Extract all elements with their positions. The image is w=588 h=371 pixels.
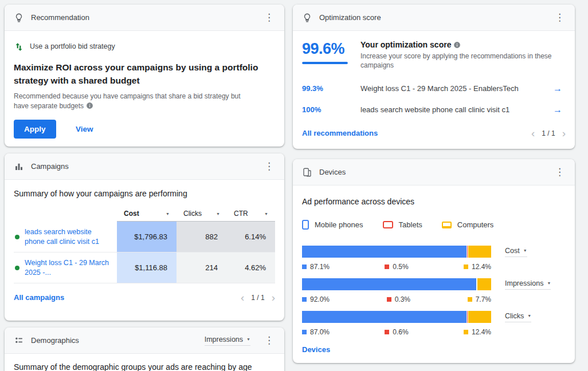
chevron-down-icon: ▼ bbox=[527, 314, 531, 318]
apply-button[interactable]: Apply bbox=[14, 120, 56, 139]
computers-segment[interactable] bbox=[477, 278, 491, 290]
kebab-menu-icon[interactable]: ⋮ bbox=[260, 333, 279, 348]
devices-chart-group-impressions: Impressions▼ 92.0% 0.3% 7.7% bbox=[302, 278, 566, 303]
devices-chart-group-cost: Cost▼ 87.1% 0.5% 12.4% bbox=[302, 246, 566, 271]
metric-selector-clicks[interactable]: Clicks▼ bbox=[505, 312, 531, 322]
kebab-menu-icon[interactable]: ⋮ bbox=[260, 159, 279, 173]
table-row: leads search website phone call clinic v… bbox=[14, 222, 275, 252]
column-header-clicks[interactable]: Clicks▼ bbox=[177, 206, 227, 222]
card-title: Demographics bbox=[31, 336, 205, 345]
optimization-heading: Your optimization score bbox=[360, 40, 566, 49]
campaign-link[interactable]: Weight loss C1 - 29 March 2025 -... bbox=[25, 258, 111, 278]
info-icon[interactable] bbox=[86, 102, 93, 109]
lightbulb-icon bbox=[14, 13, 24, 23]
value-label-computer: 7.7% bbox=[468, 295, 491, 303]
chevron-down-icon: ▼ bbox=[547, 281, 551, 285]
optimization-footer: All recommendations ‹ 1 / 1 › bbox=[302, 128, 566, 139]
metric-selector-impressions[interactable]: Impressions▼ bbox=[205, 336, 250, 346]
campaigns-footer: All campaigns ‹ 1 / 1 › bbox=[14, 292, 275, 303]
value-label-mobile: 92.0% bbox=[302, 295, 330, 303]
all-recommendations-link[interactable]: All recommendations bbox=[302, 129, 378, 137]
devices-card-body: Ad performance across devices Mobile pho… bbox=[293, 186, 575, 363]
mobile-phones-segment[interactable] bbox=[302, 278, 476, 290]
computers-segment[interactable] bbox=[468, 311, 491, 323]
item-campaign-name: leads search website phone call clinic v… bbox=[360, 105, 553, 114]
next-page-icon[interactable]: › bbox=[272, 292, 275, 303]
bar-value-labels: 92.0% 0.3% 7.7% bbox=[302, 295, 491, 303]
value-label-mobile: 87.0% bbox=[302, 328, 330, 336]
value-label-tablet: 0.6% bbox=[385, 328, 408, 336]
pagination: ‹ 1 / 1 › bbox=[531, 128, 566, 139]
mobile-phones-segment[interactable] bbox=[302, 311, 467, 323]
devices-chart-group-clicks: Clicks▼ 87.0% 0.6% 12.4% bbox=[302, 311, 566, 336]
arrow-right-icon[interactable]: → bbox=[553, 84, 562, 94]
devices-card-header: Devices ⋮ bbox=[293, 159, 575, 186]
demographics-subtitle: Summary of the demographic groups your a… bbox=[5, 354, 284, 371]
card-title: Campaigns bbox=[31, 162, 260, 171]
pagination: ‹ 1 / 1 › bbox=[241, 292, 275, 303]
devices-link[interactable]: Devices bbox=[302, 345, 330, 354]
page-indicator: 1 / 1 bbox=[251, 294, 264, 302]
demographics-card-header: Demographics Impressions▼ ⋮ bbox=[5, 327, 284, 354]
card-title: Optimization score bbox=[319, 13, 550, 22]
devices-card: Devices ⋮ Ad performance across devices … bbox=[293, 159, 575, 363]
recommendation-actions: Apply View bbox=[14, 120, 275, 139]
optimization-card-body: 99.6% Your optimization score Increase y… bbox=[293, 31, 575, 148]
arrow-right-icon[interactable]: → bbox=[553, 105, 562, 115]
view-button[interactable]: View bbox=[76, 125, 93, 133]
demographics-card: Demographics Impressions▼ ⋮ Summary of t… bbox=[5, 327, 284, 371]
optimization-item[interactable]: 99.3% Weight loss C1 - 29 March 2025 - E… bbox=[302, 78, 566, 99]
value-label-mobile: 87.1% bbox=[302, 263, 330, 271]
value-label-tablet: 0.3% bbox=[387, 295, 410, 303]
campaigns-card-header: Campaigns ⋮ bbox=[5, 153, 284, 180]
info-icon[interactable] bbox=[453, 41, 461, 49]
optimization-score-value: 99.6% bbox=[302, 40, 359, 58]
all-campaigns-link[interactable]: All campaigns bbox=[14, 293, 64, 302]
prev-page-icon[interactable]: ‹ bbox=[241, 292, 244, 303]
mobile-phones-segment[interactable] bbox=[302, 246, 467, 258]
optimization-progress-bar bbox=[302, 62, 348, 64]
campaign-name-cell: leads search website phone call clinic v… bbox=[14, 222, 117, 252]
optimization-summary: 99.6% Your optimization score Increase y… bbox=[302, 40, 566, 70]
demographics-icon bbox=[14, 336, 24, 346]
recommendation-description: Recommended because you have campaigns t… bbox=[14, 92, 254, 111]
card-title: Devices bbox=[319, 168, 550, 176]
kebab-menu-icon[interactable]: ⋮ bbox=[260, 10, 279, 25]
metric-selector-cost[interactable]: Cost▼ bbox=[505, 247, 527, 257]
recommendation-card-body: Use a portfolio bid strategy Maximize RO… bbox=[5, 31, 284, 147]
computers-segment[interactable] bbox=[468, 246, 491, 258]
next-page-icon[interactable]: › bbox=[562, 128, 566, 139]
kebab-menu-icon[interactable]: ⋮ bbox=[550, 10, 569, 25]
devices-icon bbox=[302, 167, 312, 177]
chevron-down-icon: ▼ bbox=[166, 212, 170, 216]
optimization-card-header: Optimization score ⋮ bbox=[293, 5, 575, 31]
stacked-bar-clicks bbox=[302, 311, 491, 323]
column-header-cost[interactable]: Cost▼ bbox=[117, 206, 177, 222]
recommendation-type: Use a portfolio bid strategy bbox=[14, 41, 275, 52]
cost-cell: $1,116.88 bbox=[117, 252, 177, 283]
value-label-tablet: 0.5% bbox=[385, 263, 408, 271]
stacked-bar-impressions bbox=[302, 278, 491, 290]
optimization-item[interactable]: 100% leads search website phone call cli… bbox=[302, 99, 566, 120]
metric-selector-impressions[interactable]: Impressions▼ bbox=[505, 279, 551, 290]
devices-subtitle: Ad performance across devices bbox=[302, 197, 566, 206]
optimization-progress-fill bbox=[302, 62, 348, 64]
bar-value-labels: 87.1% 0.5% 12.4% bbox=[302, 263, 491, 271]
chevron-down-icon: ▼ bbox=[523, 248, 527, 252]
stacked-bar-cost bbox=[302, 246, 491, 258]
card-title: Recommendation bbox=[31, 13, 260, 22]
devices-footer: Devices bbox=[302, 344, 566, 354]
prev-page-icon[interactable]: ‹ bbox=[531, 128, 535, 139]
clicks-cell: 882 bbox=[177, 222, 227, 252]
chevron-down-icon: ▼ bbox=[246, 337, 250, 341]
campaigns-subtitle: Summary of how your campaigns are perfor… bbox=[14, 189, 275, 198]
legend-item-computer: Computers bbox=[442, 220, 494, 229]
bar-value-labels: 87.0% 0.6% 12.4% bbox=[302, 328, 491, 336]
recommendation-card-header: Recommendation ⋮ bbox=[5, 5, 284, 31]
legend-item-mobile: Mobile phones bbox=[302, 220, 363, 230]
campaign-link[interactable]: leads search website phone call clinic v… bbox=[25, 227, 111, 247]
legend-item-tablet: Tablets bbox=[383, 220, 422, 229]
column-header-ctr[interactable]: CTR▼ bbox=[227, 206, 275, 222]
kebab-menu-icon[interactable]: ⋮ bbox=[550, 165, 569, 179]
value-label-computer: 12.4% bbox=[464, 263, 491, 271]
